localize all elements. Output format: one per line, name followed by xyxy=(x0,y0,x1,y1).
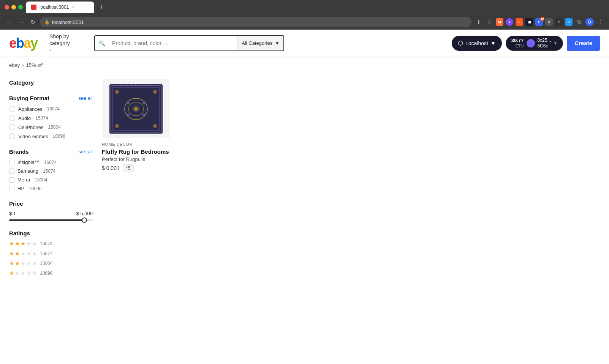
wallet-label: Localhost xyxy=(465,40,488,46)
shop-by-arrow: › xyxy=(49,47,82,54)
stars: ★★★★★ xyxy=(9,270,37,277)
url-bar[interactable]: 🔒 localhost:3001 xyxy=(40,17,471,27)
svg-point-6 xyxy=(135,108,137,110)
rating-item[interactable]: ★★★★★ 15074 xyxy=(9,250,93,257)
category-section: Category xyxy=(9,79,93,86)
search-category-select[interactable]: All Categories ▼ xyxy=(237,36,283,50)
buying-format-items: Appliances 16074 Audio 15074 CellPhones … xyxy=(9,106,93,139)
brands-checkbox[interactable] xyxy=(9,160,14,165)
ext-icon-7: ≡ xyxy=(555,18,563,26)
eth-address-line2: 6C6c xyxy=(537,43,551,49)
buying-format-item[interactable]: Audio 15074 xyxy=(9,115,93,121)
forward-button[interactable]: → xyxy=(17,17,26,27)
close-dot[interactable] xyxy=(5,5,9,9)
tab-close-button[interactable]: × xyxy=(72,5,74,9)
buying-format-item[interactable]: Appliances 16074 xyxy=(9,106,93,112)
ebay-logo[interactable]: ebay xyxy=(9,36,37,50)
product-variants[interactable]: *5 xyxy=(123,164,134,172)
header: ebay Shop by category › 🔍 All Categories… xyxy=(0,30,609,57)
brands-count: 16074 xyxy=(44,160,57,165)
shop-by-category-button[interactable]: Shop by category › xyxy=(45,33,87,54)
product-card[interactable]: HOME DECOR Fluffy Rug for Bedrooms Perfe… xyxy=(102,79,170,172)
price-min-label: $ 1 xyxy=(9,211,16,216)
rating-item[interactable]: ★★★★★ 10696 xyxy=(9,270,93,277)
buying-format-label: CellPhones xyxy=(18,124,44,130)
back-button[interactable]: ← xyxy=(5,17,14,27)
breadcrumb-home-link[interactable]: ebay xyxy=(9,62,20,68)
eth-amount: 39.77 xyxy=(511,38,524,44)
buying-format-item[interactable]: Video Games 10696 xyxy=(9,133,93,139)
product-image xyxy=(109,84,163,134)
wallet-chevron-icon: ▼ xyxy=(490,40,496,46)
breadcrumb-separator: › xyxy=(22,62,24,68)
eth-address-wrap: 0x25... 6C6c ▼ xyxy=(527,38,557,49)
product-category: HOME DECOR xyxy=(102,142,170,147)
rating-count: 15074 xyxy=(40,251,52,256)
stars: ★★★★★ xyxy=(9,240,37,247)
menu-button[interactable]: ⋮ xyxy=(596,18,604,26)
brands-title: Brands xyxy=(9,148,29,155)
ext-icon-4: ◼ xyxy=(525,18,533,26)
rating-item[interactable]: ★★★★★ 16074 xyxy=(9,240,93,247)
refresh-button[interactable]: ↻ xyxy=(29,17,37,27)
price-range-labels: $ 1 $ 5,000 xyxy=(9,211,93,216)
ext-icon-5: 10 E xyxy=(535,18,543,26)
buying-format-count: 15074 xyxy=(35,115,48,121)
maximize-dot[interactable] xyxy=(18,5,23,9)
star-filled: ★ xyxy=(9,250,14,257)
brands-label: Insignia™ xyxy=(17,159,40,165)
brands-checkbox[interactable] xyxy=(9,177,14,183)
create-button[interactable]: Create xyxy=(567,36,600,51)
extensions-button[interactable]: ⧉ xyxy=(575,18,583,26)
star-empty: ★ xyxy=(21,250,25,257)
search-input[interactable] xyxy=(109,36,237,50)
star-filled: ★ xyxy=(9,260,14,267)
rating-count: 16074 xyxy=(40,241,52,246)
buying-format-item[interactable]: CellPhones 15004 xyxy=(9,124,93,130)
star-filled: ★ xyxy=(9,270,14,277)
ratings-section: Ratings ★★★★★ 16074 ★★★★★ 15074 ★★★★★ 15… xyxy=(9,230,93,277)
brands-item[interactable]: Metra 15004 xyxy=(9,177,93,183)
ext-icon-8: C xyxy=(565,18,573,26)
product-title: Fluffy Rug for Bedrooms xyxy=(102,148,170,156)
wallet-button[interactable]: ⬡ Localhost ▼ xyxy=(452,36,502,51)
brands-item[interactable]: HP 10696 xyxy=(9,186,93,191)
brands-item[interactable]: Insignia™ 16074 xyxy=(9,159,93,165)
rating-item[interactable]: ★★★★★ 15004 xyxy=(9,260,93,267)
browser-tab[interactable]: localhost:3001 × xyxy=(26,2,94,13)
buying-format-radio[interactable] xyxy=(9,115,15,121)
minimize-dot[interactable] xyxy=(11,5,16,9)
bookmark-button[interactable]: ☆ xyxy=(485,18,494,26)
brands-checkbox[interactable] xyxy=(9,186,14,191)
buying-format-radio[interactable] xyxy=(9,106,15,112)
ext-icon-6: G xyxy=(545,18,553,26)
buying-format-section: Buying Format see all Appliances 16074 A… xyxy=(9,95,93,139)
brands-checkbox[interactable] xyxy=(9,169,14,174)
star-empty: ★ xyxy=(26,240,31,247)
shop-by-line2: category xyxy=(49,40,82,47)
ext-icon-3: F xyxy=(516,18,523,26)
logo-b: b xyxy=(16,35,24,51)
brands-section: Brands see all Insignia™ 16074 Samsung 1… xyxy=(9,148,93,191)
price-slider-track[interactable] xyxy=(9,219,93,221)
buying-format-radio[interactable] xyxy=(9,124,15,130)
product-image-wrap xyxy=(102,79,170,138)
price-slider-fill xyxy=(9,219,84,221)
breadcrumb-current: 15% off xyxy=(26,62,43,68)
eth-chevron-icon: ▼ xyxy=(553,41,557,46)
share-button[interactable]: ⬆ xyxy=(475,18,483,26)
price-slider-thumb[interactable] xyxy=(82,217,87,223)
star-empty: ★ xyxy=(15,270,20,277)
eth-info-panel[interactable]: 39.77 ETH 0x25... 6C6c ▼ xyxy=(506,36,563,51)
brands-items: Insignia™ 16074 Samsung 15074 Metra 1500… xyxy=(9,159,93,191)
buying-format-see-all[interactable]: see all xyxy=(78,95,93,101)
page: ebay Shop by category › 🔍 All Categories… xyxy=(0,30,609,364)
buying-format-radio[interactable] xyxy=(9,133,15,139)
ext-icon-1: M xyxy=(496,18,503,26)
svg-point-11 xyxy=(115,90,119,94)
new-tab-button[interactable]: + xyxy=(97,3,106,11)
brands-see-all[interactable]: see all xyxy=(78,149,93,154)
svg-point-14 xyxy=(153,124,157,128)
buying-format-label: Appliances xyxy=(18,106,43,112)
brands-item[interactable]: Samsung 15074 xyxy=(9,168,93,174)
